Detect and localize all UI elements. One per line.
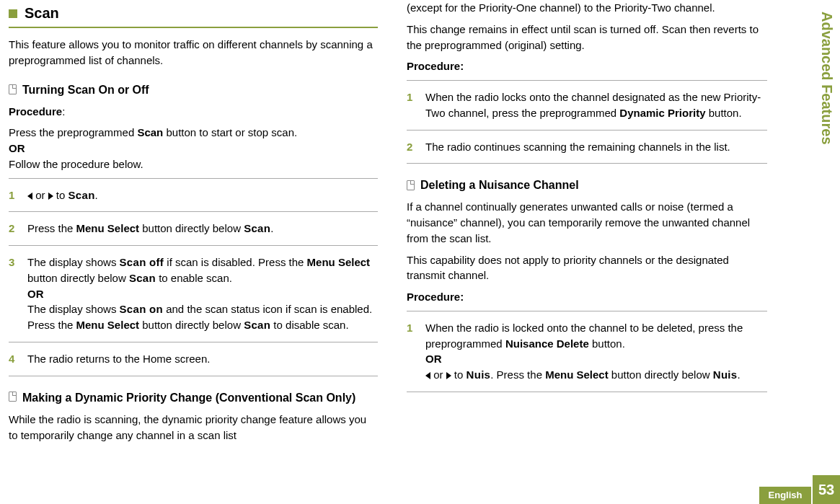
step-text: The radio returns to the Home screen. <box>27 351 378 367</box>
bullet-square-icon <box>9 9 17 18</box>
subheading-nuisance: Deleting a Nuisance Channel <box>407 177 767 193</box>
divider <box>9 178 378 179</box>
subheading-title: Deleting a Nuisance Channel <box>420 177 579 193</box>
step-3: 3 The display shows Scan off if scan is … <box>9 250 378 337</box>
step-2: 2 The radio continues scanning the remai… <box>407 135 767 159</box>
divider <box>407 130 767 131</box>
page-icon <box>9 84 17 94</box>
left-arrow-icon <box>27 193 32 200</box>
step-number: 1 <box>9 187 17 203</box>
step-number: 1 <box>407 89 415 121</box>
subheading-dynamic-priority: Making a Dynamic Priority Change (Conven… <box>9 389 378 406</box>
page-icon <box>407 180 415 190</box>
heading-scan: Scan <box>25 3 59 24</box>
right-arrow-icon <box>446 372 451 379</box>
body-text: This capability does not apply to priori… <box>407 252 767 284</box>
body-text: This change remains in effect until scan… <box>407 22 767 53</box>
divider <box>9 342 378 342</box>
step-2: 2 Press the Menu Select button directly … <box>9 216 378 241</box>
divider <box>407 392 767 392</box>
procedure-label: Procedure: <box>9 104 378 120</box>
left-column: Scan This feature allows you to monitor … <box>3 0 392 448</box>
divider <box>9 211 378 212</box>
step-4: 4 The radio returns to the Home screen. <box>9 347 378 371</box>
section-heading-scan: Scan <box>9 3 378 24</box>
procedure-text: Press the preprogrammed Scan button to s… <box>9 125 378 172</box>
right-column: (except for the Priority-One channel) to… <box>392 0 782 448</box>
page-icon <box>9 392 17 402</box>
divider <box>9 245 378 246</box>
step-1: 1 When the radio locks onto the channel … <box>407 85 767 125</box>
subheading-title: Making a Dynamic Priority Change (Conven… <box>22 389 355 406</box>
language-badge: English <box>759 487 811 504</box>
procedure-label: Procedure: <box>407 289 767 305</box>
step-1: 1 When the radio is locked onto the chan… <box>407 316 767 387</box>
step-number: 2 <box>407 139 415 155</box>
step-number: 3 <box>9 255 17 333</box>
step-1: 1 or to Scan. <box>9 183 378 208</box>
divider <box>9 27 378 28</box>
subheading-turning-scan: Turning Scan On or Off <box>9 81 378 98</box>
step-number: 4 <box>9 351 17 367</box>
intro-text: This feature allows you to monitor traff… <box>9 37 378 68</box>
step-number: 1 <box>407 320 415 383</box>
page-number: 53 <box>813 475 840 504</box>
step-number: 2 <box>9 221 17 236</box>
body-text: (except for the Priority-One channel) to… <box>407 0 767 16</box>
divider <box>9 376 378 376</box>
right-arrow-icon <box>48 193 53 200</box>
divider <box>407 163 767 164</box>
body-text: If a channel continually generates unwan… <box>407 199 767 246</box>
side-tab: Advanced Features 53 <box>813 0 840 504</box>
divider <box>407 311 767 311</box>
procedure-label: Procedure: <box>407 58 767 74</box>
divider <box>407 80 767 81</box>
side-label: Advanced Features <box>813 7 840 245</box>
left-arrow-icon <box>425 372 430 379</box>
step-text: The radio continues scanning the remaini… <box>425 139 767 155</box>
subheading-title: Turning Scan On or Off <box>22 81 149 98</box>
body-text: While the radio is scanning, the dynamic… <box>9 412 378 443</box>
